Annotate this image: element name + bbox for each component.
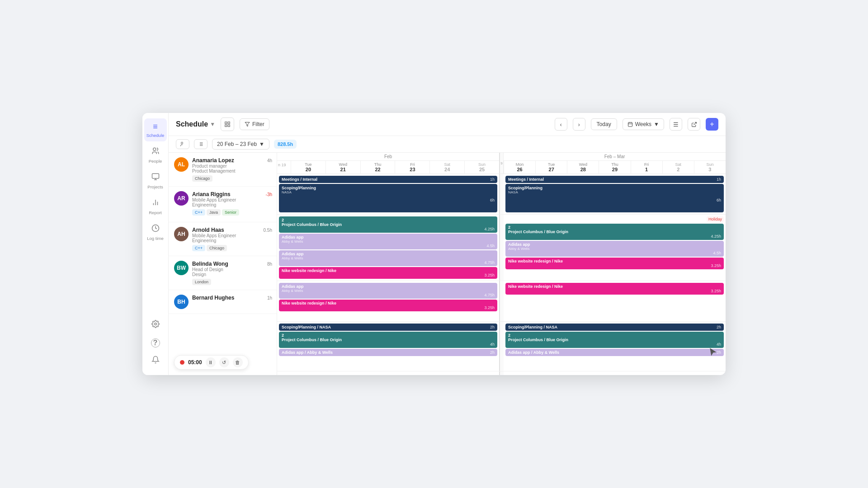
- event-block[interactable]: Nike website redesign / Nike 3.25h: [279, 267, 497, 279]
- sort-button[interactable]: [194, 139, 208, 149]
- event-block[interactable]: 2 Project Columbus / Blue Origin 4.25h: [279, 216, 497, 233]
- day-header: n 19: [277, 161, 291, 174]
- person-name: Arnold Haas: [192, 227, 271, 233]
- sidebar-item-report[interactable]: Report: [144, 195, 167, 219]
- total-hours-badge: 828.5h: [274, 140, 297, 149]
- timer-recording-indicator: [180, 360, 184, 365]
- day-header: Fri1: [631, 161, 662, 174]
- person-hours: 1h: [267, 296, 272, 300]
- person-info: Bernard Hughes: [192, 295, 271, 301]
- logtime-icon: [151, 224, 160, 235]
- day-header: Fri23: [395, 161, 429, 174]
- event-block[interactable]: Scoping/Planning NASA 6h: [279, 184, 497, 212]
- person-row: AH Arnold Haas Mobile Apps Engineer Engi…: [169, 222, 277, 256]
- person-row: AR Ariana Riggins Mobile Apps Engineer E…: [169, 187, 277, 222]
- tag: London: [192, 279, 211, 285]
- event-block[interactable]: Scoping/Planning / NASA 2h: [505, 324, 724, 331]
- svg-point-6: [154, 323, 156, 325]
- event-block[interactable]: 2 Project Columbus / Blue Origin 4h: [279, 332, 497, 348]
- event-block[interactable]: Adidas app / Abby & Wells 2h: [279, 349, 497, 356]
- person-name: Belinda Wong: [192, 261, 271, 267]
- next-week-button[interactable]: ›: [573, 118, 585, 131]
- timer-pause-button[interactable]: ⏸: [206, 357, 216, 367]
- weeks-selector[interactable]: Weeks ▼: [623, 118, 664, 130]
- cursor-icon: [708, 347, 717, 359]
- title-chevron-icon: ▼: [210, 121, 215, 127]
- sidebar-item-settings[interactable]: [144, 316, 167, 334]
- schedule-icon: ≡: [153, 122, 158, 131]
- person-name: Bernard Hughes: [192, 295, 271, 301]
- avatar: AL: [174, 157, 189, 172]
- people-icon: [151, 147, 160, 157]
- person-role: Product manager: [192, 164, 271, 169]
- day-header: Thu22: [360, 161, 395, 174]
- person-name: Ariana Riggins: [192, 191, 271, 197]
- timer-reset-button[interactable]: ↺: [219, 357, 229, 367]
- projects-icon: [151, 173, 160, 183]
- people-filter-button[interactable]: [176, 139, 189, 149]
- event-block[interactable]: Nike website redesign / Nike 3.25h: [505, 283, 724, 295]
- avatar: BW: [174, 261, 189, 275]
- event-block[interactable]: Meetings / Internal 1h: [505, 176, 724, 183]
- svg-rect-9: [225, 125, 227, 127]
- event-block[interactable]: Scoping/Planning NASA 6h: [505, 184, 724, 212]
- event-block[interactable]: Adidas app / Abby & Wells 2h: [505, 349, 724, 356]
- event-block[interactable]: Meetings / Internal 1h: [279, 176, 497, 183]
- tag: C++: [192, 245, 205, 251]
- event-block[interactable]: Adidas app Abby & Wells 4.75h: [279, 283, 497, 299]
- calendar-person-row: Meetings / Internal 1h Scoping/Planning …: [277, 174, 726, 215]
- svg-rect-10: [228, 125, 230, 127]
- person-info: Anamaria Lopez Product manager Product M…: [192, 157, 271, 182]
- avatar: AR: [174, 191, 189, 206]
- body-area: AL Anamaria Lopez Product manager Produc…: [169, 153, 726, 375]
- person-row: BH Bernard Hughes 1h: [169, 290, 277, 314]
- date-chevron-icon: ▼: [259, 141, 264, 147]
- tag: C++: [192, 209, 205, 216]
- today-button[interactable]: Today: [591, 118, 617, 130]
- timer-delete-button[interactable]: 🗑: [233, 357, 243, 367]
- event-block[interactable]: 2 Project Columbus / Blue Origin 4.25h: [505, 224, 724, 240]
- event-block[interactable]: Adidas app Abby & Wells 4.5h: [505, 241, 724, 257]
- sidebar-item-people[interactable]: People: [144, 143, 167, 167]
- sidebar: ≡ Schedule People Projects Report: [142, 113, 169, 375]
- event-block[interactable]: Scoping/Planning / NASA 2h: [279, 324, 497, 331]
- person-hours: 0.5h: [264, 228, 272, 233]
- person-info: Arnold Haas Mobile Apps Engineer Enginee…: [192, 227, 271, 251]
- page-title: Schedule ▼: [176, 120, 215, 128]
- event-block[interactable]: Nike website redesign / Nike 3.25h: [505, 258, 724, 269]
- filter-button[interactable]: Filter: [240, 118, 269, 130]
- day-header: Tue27: [535, 161, 567, 174]
- event-block[interactable]: 2 Project Columbus / Blue Origin 4h: [505, 332, 724, 348]
- person-row: AL Anamaria Lopez Product manager Produc…: [169, 153, 277, 187]
- event-block[interactable]: Adidas app Abby & Wells 4.5h: [279, 234, 497, 249]
- date-range-button[interactable]: 20 Feb – 23 Feb ▼: [212, 139, 269, 150]
- person-info: Ariana Riggins Mobile Apps Engineer Engi…: [192, 191, 271, 216]
- event-block[interactable]: Nike website redesign / Nike 3.25h: [279, 300, 497, 311]
- day-header: Sun25: [464, 161, 499, 174]
- prev-week-button[interactable]: ‹: [555, 118, 567, 131]
- svg-rect-1: [152, 174, 159, 178]
- svg-line-16: [693, 122, 696, 125]
- person-name: Anamaria Lopez: [192, 157, 271, 164]
- export-button[interactable]: [688, 118, 700, 131]
- person-row: BW Belinda Wong Head of Design Design Lo…: [169, 256, 277, 290]
- sidebar-item-schedule[interactable]: ≡ Schedule: [144, 118, 167, 141]
- sidebar-item-notifications[interactable]: [144, 352, 167, 370]
- sidebar-item-help[interactable]: ?: [144, 335, 167, 351]
- person-role: Mobile Apps Engineer: [192, 233, 271, 238]
- person-hours: 8h: [267, 262, 272, 267]
- day-header: Thu29: [599, 161, 630, 174]
- calendar-person-row: 2 Project Columbus / Blue Origin 4.25h A…: [277, 215, 726, 281]
- view-toggle-button[interactable]: [221, 117, 234, 131]
- calendar-area: Feb n 19 Tue20 Wed21 Thu22 Fri23 Sat24 S…: [277, 153, 726, 375]
- sub-header: 20 Feb – 23 Feb ▼ 828.5h: [169, 136, 726, 153]
- sidebar-item-projects[interactable]: Projects: [144, 169, 167, 193]
- sidebar-item-logtime[interactable]: Log time: [144, 221, 167, 244]
- weeks-chevron-icon: ▼: [654, 121, 659, 127]
- day-header: Tue20: [291, 161, 326, 174]
- timer-display: 05:00: [188, 359, 202, 366]
- list-view-button[interactable]: ☰: [670, 118, 682, 131]
- add-button[interactable]: +: [706, 118, 718, 131]
- event-block[interactable]: Adidas app Abby & Wells 4.75h: [279, 250, 497, 266]
- svg-point-17: [181, 142, 183, 144]
